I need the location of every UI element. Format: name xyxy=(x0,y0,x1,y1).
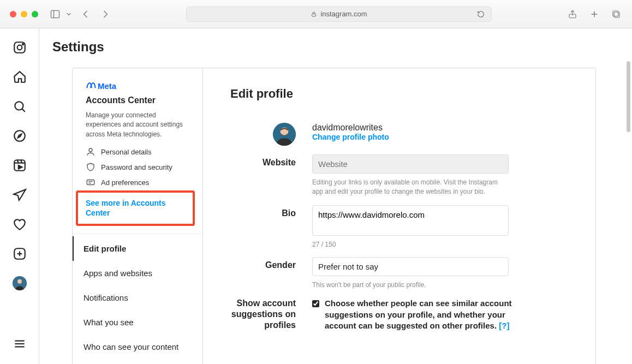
website-helper-text: Editing your links is only available on … xyxy=(312,178,506,196)
svg-point-13 xyxy=(14,130,25,141)
more-menu-icon[interactable] xyxy=(13,337,27,351)
home-icon[interactable] xyxy=(13,70,27,84)
bio-char-counter: 27 / 150 xyxy=(312,241,509,248)
instagram-nav-rail xyxy=(0,28,39,364)
svg-rect-29 xyxy=(87,180,94,185)
meta-logo: Meta xyxy=(86,80,189,91)
suggestions-help-link[interactable]: [?] xyxy=(499,321,509,330)
ac-item-password-security[interactable]: Password and security xyxy=(86,162,189,172)
username-text: davidmorelowrites xyxy=(312,123,509,133)
accounts-center-title: Accounts Center xyxy=(86,96,189,105)
menu-item-who-can-see[interactable]: Who can see your content xyxy=(73,335,202,359)
svg-marker-19 xyxy=(18,165,22,169)
ac-item-label: Password and security xyxy=(101,163,172,171)
gender-helper-text: This won't be part of your public profil… xyxy=(312,281,506,290)
accounts-center-desc: Manage your connected experiences and ac… xyxy=(86,111,189,139)
svg-rect-2 xyxy=(312,14,316,16)
tabs-overview-icon[interactable] xyxy=(610,8,622,20)
search-icon[interactable] xyxy=(13,99,27,114)
suggestions-label: Show account suggestions on profiles xyxy=(230,298,296,331)
svg-point-11 xyxy=(15,102,23,110)
instagram-logo-icon[interactable] xyxy=(13,40,27,55)
bio-textarea[interactable] xyxy=(312,205,509,236)
highlighted-callout: See more in Accounts Center xyxy=(76,190,195,225)
notifications-icon[interactable] xyxy=(13,217,27,231)
window-controls xyxy=(10,11,38,17)
shield-icon xyxy=(86,162,96,172)
explore-icon[interactable] xyxy=(13,129,27,143)
megaphone-icon xyxy=(86,177,96,187)
website-label: Website xyxy=(230,154,296,196)
svg-marker-14 xyxy=(17,134,21,138)
close-window-button[interactable] xyxy=(10,11,16,17)
address-bar-text: instagram.com xyxy=(320,10,367,18)
svg-point-28 xyxy=(89,148,92,152)
new-tab-icon[interactable] xyxy=(588,8,600,20)
messages-icon[interactable] xyxy=(13,188,27,202)
reels-icon[interactable] xyxy=(13,158,27,172)
browser-chrome: instagram.com xyxy=(0,0,632,28)
ac-item-ad-preferences[interactable]: Ad preferences xyxy=(86,177,189,187)
svg-rect-0 xyxy=(51,10,59,17)
menu-item-what-you-see[interactable]: What you see xyxy=(73,310,202,335)
svg-line-12 xyxy=(22,109,25,112)
minimize-window-button[interactable] xyxy=(21,11,27,17)
change-profile-photo-link[interactable]: Change profile photo xyxy=(312,133,509,141)
share-icon[interactable] xyxy=(567,8,579,20)
chevron-down-icon[interactable] xyxy=(65,8,72,20)
ac-item-label: Ad preferences xyxy=(101,178,149,187)
panel-heading: Edit profile xyxy=(230,87,568,101)
person-icon xyxy=(86,147,96,157)
ac-item-label: Personal details xyxy=(101,148,152,156)
profile-avatar[interactable] xyxy=(273,123,296,146)
svg-rect-6 xyxy=(614,12,619,17)
page-title: Settings xyxy=(39,28,632,55)
lock-icon xyxy=(311,11,317,17)
edit-profile-panel: Edit profile davidmorelowrites Change pr… xyxy=(203,68,596,364)
back-button[interactable] xyxy=(80,8,92,20)
website-input xyxy=(312,154,509,174)
menu-item-notifications[interactable]: Notifications xyxy=(73,285,202,310)
meta-logo-text: Meta xyxy=(98,81,116,91)
suggestions-checkbox[interactable] xyxy=(312,300,319,308)
reload-icon[interactable] xyxy=(475,8,487,20)
gender-label: Gender xyxy=(230,257,296,290)
forward-button[interactable] xyxy=(99,8,111,20)
main-content: Settings Meta Accounts Center Manage you… xyxy=(39,28,632,364)
bio-label: Bio xyxy=(230,205,296,248)
gender-select[interactable]: Prefer not to say xyxy=(312,257,509,276)
suggestions-description: Choose whether people can see similar ac… xyxy=(325,298,530,331)
create-icon[interactable] xyxy=(13,247,27,261)
menu-item-how-others-interact[interactable]: How others can interact with xyxy=(73,359,202,364)
svg-point-24 xyxy=(17,279,22,284)
scrollbar[interactable] xyxy=(627,61,630,132)
settings-sidebar: Meta Accounts Center Manage your connect… xyxy=(72,68,203,364)
svg-point-9 xyxy=(17,45,22,50)
address-bar[interactable]: instagram.com xyxy=(186,7,492,22)
profile-avatar-small[interactable] xyxy=(13,276,27,290)
sidebar-toggle-icon[interactable] xyxy=(49,8,61,20)
settings-menu: Edit profile Apps and websites Notificat… xyxy=(73,234,202,364)
ac-item-personal-details[interactable]: Personal details xyxy=(86,147,189,157)
see-more-accounts-center-link[interactable]: See more in Accounts Center xyxy=(86,198,186,218)
menu-item-apps-websites[interactable]: Apps and websites xyxy=(73,261,202,285)
svg-rect-7 xyxy=(613,11,618,16)
menu-item-edit-profile[interactable]: Edit profile xyxy=(73,236,202,261)
svg-point-10 xyxy=(22,44,23,45)
maximize-window-button[interactable] xyxy=(32,11,38,17)
